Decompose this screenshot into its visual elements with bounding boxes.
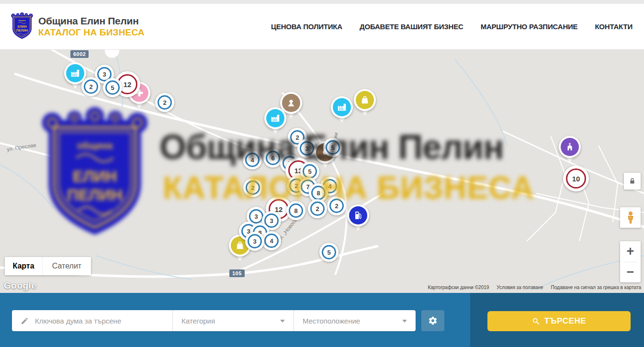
nav-item[interactable]: КОНТАКТИ <box>595 22 633 31</box>
google-map[interactable]: ул. Преславбул. „Новоселциции 6002105 13… <box>0 50 644 293</box>
keyword-field-cell <box>12 310 172 331</box>
map-cluster-marker[interactable]: 10 <box>563 166 589 191</box>
map-pin-factory[interactable] <box>331 96 353 123</box>
road-number-badge: 6002 <box>70 50 89 58</box>
site-title: Община Елин Пелин <box>38 15 145 27</box>
map-cluster-marker[interactable]: 5 <box>319 243 339 262</box>
nav-item[interactable]: МАРШРУТНО РАЗПИСАНИЕ <box>481 22 578 31</box>
pencil-icon <box>21 317 29 325</box>
lock-button[interactable] <box>624 173 641 190</box>
map-type-map-button[interactable]: Карта <box>5 257 42 275</box>
location-select-label: Местоположение <box>303 317 360 325</box>
map-cluster-marker[interactable]: 2 <box>308 199 327 218</box>
zoom-in-button[interactable]: + <box>620 241 641 262</box>
map-cluster-marker[interactable]: 4 <box>262 231 281 250</box>
map-cluster-marker[interactable]: 4 <box>243 150 262 169</box>
site-header: община ЕЛИН ПЕЛИН Община Елин Пелин КАТА… <box>0 4 644 50</box>
padlock-icon <box>629 178 636 185</box>
nav-item[interactable]: ЦЕНОВА ПОЛИТИКА <box>271 22 342 31</box>
location-select[interactable]: Местоположение <box>294 310 416 331</box>
keyword-search-input[interactable] <box>35 317 145 325</box>
chevron-down-icon <box>280 320 285 323</box>
search-bar: Категория Местоположение ТЪРСЕНЕ <box>0 293 644 347</box>
site-subtitle: КАТАЛОГ НА БИЗНЕСА <box>38 27 145 38</box>
map-type-control: Карта Сателит <box>5 257 91 275</box>
municipality-crest-logo: община ЕЛИН ПЕЛИН <box>11 11 34 42</box>
map-type-satellite-button[interactable]: Сателит <box>42 257 91 275</box>
pegman-icon <box>625 211 636 224</box>
map-attribution: Картографски данни ©2019 Условия за полз… <box>428 285 641 290</box>
site-logo[interactable]: община ЕЛИН ПЕЛИН Община Елин Пелин КАТА… <box>11 11 145 42</box>
advanced-settings-button[interactable] <box>421 310 444 331</box>
attribution-report-link[interactable]: Подаване на сигнал за грешка в картата <box>551 285 641 290</box>
gear-icon <box>428 316 438 325</box>
map-pin-fuel[interactable] <box>347 204 369 232</box>
map-cluster-marker[interactable]: 3 <box>245 232 264 251</box>
road-number-badge: 105 <box>229 269 245 277</box>
map-cluster-marker[interactable]: 2 <box>81 77 101 96</box>
search-icon <box>532 317 540 325</box>
search-field-group: Категория Местоположение <box>12 310 416 331</box>
map-pin-factory[interactable] <box>264 107 286 134</box>
map-pin-bag[interactable] <box>354 89 376 116</box>
map-pin-church[interactable] <box>559 136 581 163</box>
map-cluster-marker[interactable]: 2 <box>243 178 262 197</box>
svg-text:община: община <box>18 19 26 22</box>
zoom-control: + − <box>620 241 641 282</box>
map-cluster-marker[interactable]: 5 <box>323 138 342 157</box>
map-cluster-marker[interactable]: 6 <box>263 148 282 168</box>
map-cluster-marker[interactable]: 5 <box>103 78 122 97</box>
map-cluster-marker[interactable]: 3 <box>297 139 316 158</box>
category-select[interactable]: Категория <box>172 310 294 331</box>
attribution-terms-link[interactable]: Условия за ползване <box>497 285 543 290</box>
main-navigation: ЦЕНОВА ПОЛИТИКАДОБАВЕТЕ ВАШИЯТ БИЗНЕСМАР… <box>271 22 633 31</box>
category-select-label: Категория <box>181 317 215 325</box>
svg-text:ЕЛИН: ЕЛИН <box>17 25 26 28</box>
chevron-down-icon <box>402 320 407 323</box>
zoom-out-button[interactable]: − <box>620 262 641 283</box>
nav-item[interactable]: ДОБАВЕТЕ ВАШИЯТ БИЗНЕС <box>360 22 463 31</box>
search-submit-button[interactable]: ТЪРСЕНЕ <box>487 311 631 331</box>
map-cluster-marker[interactable]: 8 <box>286 201 305 220</box>
pegman-streetview-button[interactable] <box>620 207 641 228</box>
map-cluster-marker[interactable]: 2 <box>155 93 174 112</box>
svg-text:ПЕЛИН: ПЕЛИН <box>16 29 28 32</box>
map-cluster-marker[interactable]: 2 <box>327 196 346 215</box>
google-logo[interactable]: Google <box>4 280 36 291</box>
page-top-strip <box>0 0 644 4</box>
search-button-label: ТЪРСЕНЕ <box>544 316 587 326</box>
attribution-copyright: Картографски данни ©2019 <box>428 285 489 290</box>
business-catalog-page: община ЕЛИН ПЕЛИН Община Елин Пелин КАТА… <box>0 0 644 347</box>
